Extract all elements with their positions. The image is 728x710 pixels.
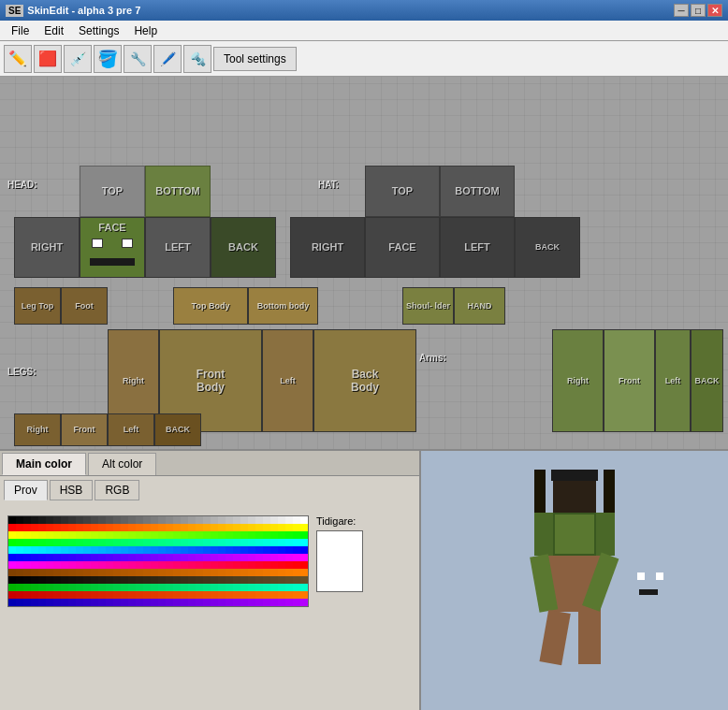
palette-color-cell[interactable]: [83, 584, 91, 591]
palette-color-cell[interactable]: [300, 599, 308, 606]
palette-color-cell[interactable]: [23, 576, 31, 584]
palette-color-cell[interactable]: [38, 531, 46, 539]
palette-color-cell[interactable]: [143, 591, 151, 599]
palette-color-cell[interactable]: [211, 554, 218, 561]
palette-color-cell[interactable]: [46, 561, 53, 569]
prov-tab[interactable]: Prov: [4, 480, 48, 500]
palette-color-cell[interactable]: [106, 524, 113, 531]
arm-right[interactable]: Right: [552, 329, 604, 432]
palette-color-cell[interactable]: [136, 539, 143, 546]
palette-color-cell[interactable]: [76, 524, 83, 531]
palette-color-cell[interactable]: [68, 516, 76, 524]
menu-help[interactable]: Help: [126, 22, 165, 39]
leg-front[interactable]: Front: [61, 413, 108, 446]
palette-color-cell[interactable]: [61, 584, 68, 591]
palette-color-cell[interactable]: [285, 584, 293, 591]
previous-color-cell[interactable]: [332, 584, 340, 591]
palette-color-cell[interactable]: [300, 531, 308, 539]
palette-color-cell[interactable]: [106, 599, 113, 606]
palette-color-cell[interactable]: [248, 524, 255, 531]
palette-color-cell[interactable]: [211, 531, 218, 539]
palette-color-cell[interactable]: [218, 524, 226, 531]
palette-color-cell[interactable]: [143, 546, 151, 554]
palette-color-cell[interactable]: [196, 584, 203, 591]
palette-color-cell[interactable]: [226, 584, 233, 591]
palette-color-cell[interactable]: [263, 569, 270, 576]
palette-color-cell[interactable]: [300, 554, 308, 561]
previous-color-cell[interactable]: [325, 554, 332, 561]
palette-color-cell[interactable]: [226, 531, 233, 539]
palette-color-cell[interactable]: [76, 561, 83, 569]
palette-color-cell[interactable]: [106, 531, 113, 539]
palette-color-cell[interactable]: [278, 599, 285, 606]
previous-color-cell[interactable]: [355, 584, 362, 591]
palette-color-cell[interactable]: [61, 599, 68, 606]
palette-color-cell[interactable]: [61, 516, 68, 524]
palette-color-cell[interactable]: [285, 561, 293, 569]
palette-color-cell[interactable]: [136, 531, 143, 539]
palette-color-cell[interactable]: [61, 561, 68, 569]
palette-color-cell[interactable]: [136, 561, 143, 569]
palette-color-cell[interactable]: [173, 569, 181, 576]
palette-color-cell[interactable]: [113, 546, 121, 554]
palette-color-cell[interactable]: [293, 524, 300, 531]
arm-front[interactable]: Front: [604, 329, 655, 432]
palette-color-cell[interactable]: [203, 599, 211, 606]
menu-file[interactable]: File: [4, 22, 36, 39]
palette-color-cell[interactable]: [248, 531, 255, 539]
previous-color-cell[interactable]: [317, 584, 325, 591]
palette-color-cell[interactable]: [53, 539, 61, 546]
palette-color-cell[interactable]: [8, 584, 16, 591]
palette-color-cell[interactable]: [226, 539, 233, 546]
palette-color-cell[interactable]: [98, 584, 106, 591]
palette-color-cell[interactable]: [16, 561, 23, 569]
smudge-tool-button[interactable]: 🖊️: [153, 45, 182, 73]
previous-color-cell[interactable]: [347, 561, 355, 569]
palette-color-cell[interactable]: [38, 554, 46, 561]
palette-color-cell[interactable]: [181, 599, 188, 606]
palette-color-cell[interactable]: [83, 524, 91, 531]
palette-color-cell[interactable]: [106, 561, 113, 569]
head-top[interactable]: TOP: [80, 166, 145, 217]
palette-color-cell[interactable]: [46, 576, 53, 584]
palette-color-cell[interactable]: [143, 599, 151, 606]
palette-color-cell[interactable]: [203, 524, 211, 531]
palette-color-cell[interactable]: [106, 546, 113, 554]
previous-color-cell[interactable]: [317, 554, 325, 561]
palette-color-cell[interactable]: [23, 516, 31, 524]
palette-color-cell[interactable]: [270, 584, 278, 591]
palette-color-cell[interactable]: [166, 524, 173, 531]
palette-color-cell[interactable]: [143, 569, 151, 576]
palette-color-cell[interactable]: [61, 524, 68, 531]
palette-color-cell[interactable]: [53, 554, 61, 561]
palette-color-cell[interactable]: [300, 569, 308, 576]
palette-color-cell[interactable]: [270, 531, 278, 539]
palette-color-cell[interactable]: [196, 569, 203, 576]
palette-color-cell[interactable]: [196, 516, 203, 524]
palette-color-cell[interactable]: [263, 554, 270, 561]
palette-color-cell[interactable]: [31, 561, 38, 569]
palette-color-cell[interactable]: [248, 516, 255, 524]
palette-color-cell[interactable]: [270, 554, 278, 561]
palette-color-cell[interactable]: [143, 539, 151, 546]
palette-color-cell[interactable]: [196, 546, 203, 554]
palette-color-cell[interactable]: [196, 576, 203, 584]
pencil-tool-button[interactable]: ✏️: [4, 45, 32, 73]
palette-color-cell[interactable]: [263, 576, 270, 584]
palette-color-cell[interactable]: [46, 554, 53, 561]
palette-color-cell[interactable]: [196, 554, 203, 561]
palette-color-cell[interactable]: [173, 554, 181, 561]
eraser-tool-button[interactable]: 🟥: [34, 45, 62, 73]
palette-color-cell[interactable]: [128, 584, 136, 591]
palette-color-cell[interactable]: [278, 524, 285, 531]
palette-color-cell[interactable]: [293, 591, 300, 599]
menu-edit[interactable]: Edit: [36, 22, 71, 39]
previous-color-cell[interactable]: [325, 539, 332, 546]
previous-color-cell[interactable]: [325, 531, 332, 539]
palette-color-cell[interactable]: [188, 546, 196, 554]
palette-color-cell[interactable]: [143, 516, 151, 524]
palette-color-cell[interactable]: [263, 561, 270, 569]
previous-color-cell[interactable]: [347, 576, 355, 584]
palette-color-cell[interactable]: [233, 561, 240, 569]
palette-color-cell[interactable]: [128, 516, 136, 524]
